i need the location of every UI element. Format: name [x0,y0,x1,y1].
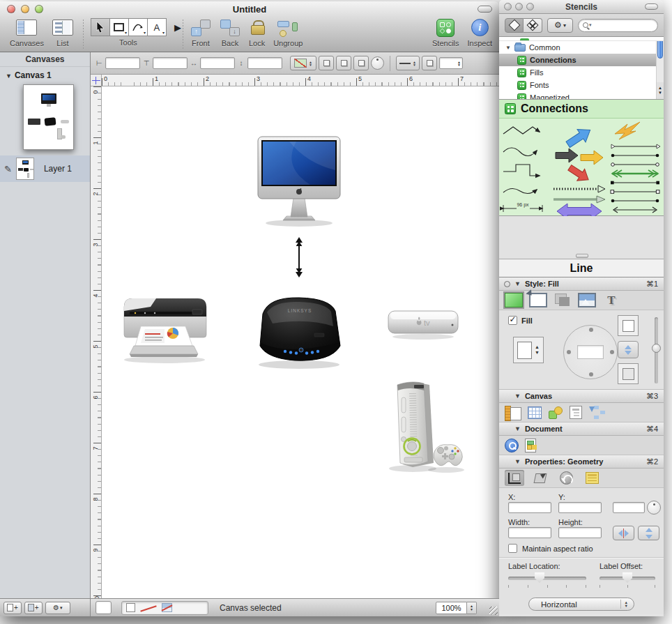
diagram-layout-tab[interactable] [588,406,605,419]
canvas-section-header[interactable]: ▼ Canvas ⌘3 [499,390,664,403]
disclosure-triangle-icon[interactable]: ▼ [6,73,12,79]
fill-checkbox-row[interactable]: ✓ Fill [508,316,533,325]
fill-checkbox[interactable]: ✓ [508,316,517,325]
flip-vertical-button[interactable] [638,526,659,540]
selection-tool-button[interactable] [91,18,110,36]
stencil-action-menu[interactable]: ⚙▾ [547,18,573,33]
fill-style-tab[interactable] [505,293,523,307]
slider-thumb[interactable] [623,572,632,583]
line-style-button[interactable]: ▲▼ [396,56,420,70]
shadow-style-button-2[interactable] [336,56,351,70]
minimize-button[interactable] [515,3,523,10]
canvas-size-tab[interactable] [505,406,521,420]
line-ending-button[interactable] [422,56,437,70]
text-style-tab[interactable]: T [602,293,620,307]
canvas-thumbnail[interactable] [23,84,74,150]
dial-dot[interactable] [589,328,593,332]
color-swatch[interactable] [517,342,532,359]
stencils-button[interactable]: Stencils [432,18,459,47]
shape-tool-button[interactable]: ▾ [109,18,129,36]
disclosure-triangle-icon[interactable]: ▼ [505,45,511,51]
text-tool-button[interactable]: A ▾ [147,18,167,36]
front-button[interactable]: ↑ Front [190,18,211,47]
line-tool-button[interactable]: ▾ [128,18,148,36]
toolbar-toggle-pill[interactable] [645,3,658,10]
flip-horizontal-button[interactable] [613,526,634,540]
imac-shape[interactable] [247,135,351,229]
geometry-tab[interactable] [505,470,524,486]
apple-tv-shape[interactable]: tv [385,305,461,342]
add-canvas-button[interactable]: + [3,602,22,614]
color-stepper[interactable]: ▲▼ [535,344,540,356]
x-position-field[interactable] [105,57,140,69]
shadow-style-button-3[interactable] [353,56,369,70]
zoom-button[interactable] [35,5,43,13]
more-tools-button[interactable]: ▶ [174,18,181,36]
fill-color-bottom-button[interactable] [618,363,639,384]
layer-item[interactable]: ✎ Layer 1 [0,155,90,182]
lock-button[interactable]: Lock [249,18,265,47]
dial-dot[interactable] [589,372,593,376]
back-button[interactable]: ↓ Back [220,18,240,47]
no-stroke-swatch[interactable] [140,603,157,612]
xbox-360-shape[interactable] [374,376,471,477]
fill-color-well[interactable]: ▲▼ [513,337,544,363]
disclosure-triangle-icon[interactable]: ▼ [514,393,521,399]
document-data-tab[interactable] [525,439,536,452]
y-position-field[interactable] [153,57,188,69]
style-well-button[interactable] [96,601,112,614]
maintain-aspect-row[interactable]: Maintain aspect ratio [508,544,593,553]
document-zoom-tab[interactable] [505,439,519,452]
gradient-swap-button[interactable] [618,341,639,358]
stencil-item-fonts[interactable]: Fonts [499,79,664,91]
dial-dot[interactable] [567,350,571,354]
fill-style-swatch[interactable] [126,603,135,612]
canvas-item[interactable]: ▼Canvas 1 [0,67,90,80]
vertical-double-arrow-shape[interactable] [293,237,305,277]
minimize-button[interactable] [21,5,29,13]
y-input[interactable] [558,502,602,513]
slider-thumb[interactable] [652,344,661,353]
x-input[interactable] [508,502,551,513]
width-field[interactable] [200,57,235,69]
toolbar-toggle-pill[interactable] [478,6,492,13]
hp-printer-shape[interactable] [114,293,217,365]
disclosure-triangle-icon[interactable]: ▼ [514,425,521,432]
line-weight-field[interactable]: ▲▼ [439,57,463,69]
height-field[interactable] [247,57,282,69]
zoom-control[interactable]: 100% ▲▼ [436,602,477,614]
geometry-section-header[interactable]: ▼ Properties: Geometry ⌘2 [499,455,664,469]
connection-stencil-shapes[interactable]: 96 px [499,119,662,216]
scrollbar-arrows[interactable]: ▲▼ [656,82,664,99]
shear-tab[interactable] [530,470,550,486]
grid-tab[interactable] [528,406,542,419]
disclosure-triangle-icon[interactable]: ▼ [514,458,521,465]
add-layer-button[interactable]: + [24,602,43,614]
shadow-style-button-1[interactable] [319,56,334,70]
image-style-tab[interactable] [578,293,596,307]
stencil-search-input[interactable]: ▾ [578,19,658,32]
canvas-style-tab[interactable] [548,406,563,419]
width-input[interactable] [508,527,551,538]
resize-grip[interactable] [489,607,498,615]
rotation-dial[interactable] [647,501,661,515]
stencil-item-connections[interactable]: Connections [499,54,664,66]
height-input[interactable] [558,527,602,538]
title-bar[interactable]: Untitled [0,1,499,17]
fill-color-top-button[interactable] [618,315,639,336]
stencil-item-magnetized[interactable]: Magnetized [499,91,664,99]
outline-tab[interactable] [570,406,582,419]
style-tray[interactable] [121,601,208,615]
shadow-style-tab[interactable] [553,293,572,307]
rotation-input[interactable] [613,502,645,513]
split-view-button[interactable] [524,18,542,33]
no-image-swatch[interactable] [162,603,172,612]
canvases-button[interactable]: Canvases [10,18,44,47]
rotation-tab[interactable] [556,470,576,486]
slider-thumb[interactable] [535,572,544,583]
orientation-select[interactable]: Horizontal ▲▼ [528,598,634,611]
zoom-stepper[interactable]: ▲▼ [467,602,477,614]
dial-dot[interactable] [610,350,614,354]
ungroup-button[interactable]: Ungroup [273,18,303,47]
document-section-header[interactable]: ▼ Document ⌘4 [499,423,664,436]
